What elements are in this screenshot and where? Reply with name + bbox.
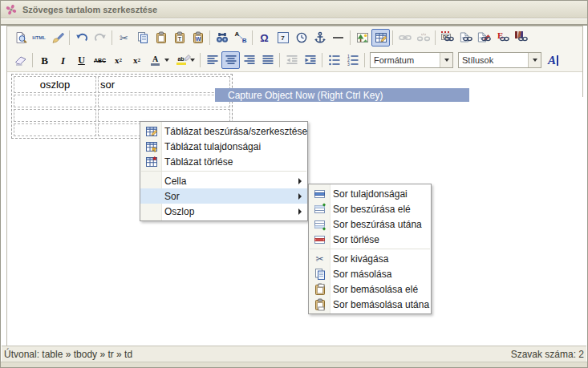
table-row: oszlop sor — [14, 76, 230, 93]
menu-item[interactable]: Sor tulajdonságai — [309, 186, 431, 201]
special-char-button[interactable]: Ω — [255, 29, 274, 47]
submenu-arrow-icon — [298, 193, 302, 200]
align-right-button[interactable] — [240, 51, 258, 69]
align-center-icon — [224, 54, 237, 67]
horizontal-rule-button[interactable] — [329, 29, 347, 47]
styles-combo-value: Stílusok — [459, 55, 528, 65]
de-doc-link-button[interactable]: DE — [438, 29, 456, 47]
link-button — [395, 29, 414, 47]
align-right-icon — [242, 54, 256, 67]
table-cell[interactable]: sor — [98, 76, 230, 93]
menu-item-label: Táblázat beszúrása/szerkesztése — [162, 126, 307, 137]
page-title: Szöveges tartalom szerkesztése — [22, 5, 157, 14]
format-combo-value: Formátum — [371, 55, 440, 65]
paste-from-word-button[interactable]: W — [189, 29, 207, 47]
toolbar-separator — [252, 30, 253, 45]
menu-item-label: Sor — [162, 191, 180, 202]
library-link-button[interactable] — [512, 29, 530, 47]
justify-button[interactable] — [258, 51, 277, 69]
bulleted-list-button[interactable] — [325, 51, 343, 69]
align-left-button[interactable] — [203, 51, 221, 69]
preview-button[interactable] — [11, 29, 30, 47]
toolbar-separator — [209, 30, 210, 45]
table-insert-edit-icon — [140, 125, 162, 138]
insert-time-icon — [294, 31, 308, 45]
menu-item[interactable]: Táblázat beszúrása/szerkesztése — [140, 123, 307, 139]
editor-logo-button[interactable]: A — [544, 51, 562, 69]
menu-item[interactable]: Táblázat tulajdonságai — [140, 139, 307, 154]
remove-format-button[interactable] — [11, 51, 30, 69]
insert-image-button[interactable] — [353, 29, 371, 47]
e-link-button[interactable]: E — [493, 29, 512, 47]
superscript-button[interactable]: x2 — [128, 51, 146, 69]
find-icon — [215, 31, 229, 45]
menu-item-label: Sor tulajdonságai — [330, 188, 408, 200]
table-cell[interactable] — [98, 95, 230, 107]
toolbar-separator — [32, 53, 33, 67]
subscript-icon: x2 — [112, 54, 125, 67]
menu-item[interactable]: ✂Sor kivágása — [309, 251, 431, 266]
chevron-down-icon[interactable] — [528, 53, 541, 67]
table-context-menu: Táblázat beszúrása/szerkesztéseTáblázat … — [140, 121, 308, 221]
styles-combo[interactable]: Stílusok — [458, 52, 541, 68]
find-button[interactable] — [213, 29, 231, 47]
insert-time-button[interactable] — [292, 29, 310, 47]
titlebar-divider — [1, 19, 587, 26]
align-center-button[interactable] — [221, 51, 240, 69]
universal-keyboard-button[interactable]: 7 — [274, 29, 292, 47]
menu-item[interactable]: Sor bemásolása elé — [309, 281, 431, 297]
link-icon — [398, 31, 412, 45]
subscript-button[interactable]: x2 — [109, 51, 128, 69]
underline-button[interactable]: U — [72, 51, 91, 69]
menu-item-label: Sor másolása — [330, 269, 391, 280]
format-brush-button[interactable] — [48, 29, 67, 47]
capture-tooltip-text: Capture Object Now (Right Ctrl Key) — [228, 90, 383, 101]
highlight-color-button[interactable]: ab — [172, 51, 197, 69]
row-insert-after-icon — [309, 218, 330, 231]
undo-button[interactable] — [72, 29, 91, 47]
menu-item[interactable]: Sor másolása — [309, 266, 431, 281]
paste-as-text-icon: T — [172, 31, 186, 45]
table-cell[interactable] — [14, 123, 96, 136]
table-cell[interactable] — [14, 95, 96, 107]
doc-edit-link-button[interactable] — [475, 29, 493, 47]
menu-item[interactable]: Sor bemásolása utána — [309, 297, 431, 312]
paste-button[interactable] — [152, 29, 170, 47]
format-combo[interactable]: Formátum — [370, 52, 453, 68]
row-paste-after-icon — [309, 298, 330, 311]
paste-as-text-button[interactable]: T — [170, 29, 189, 47]
cut-button[interactable]: ✂ — [115, 29, 133, 47]
replace-button[interactable]: AB→ — [231, 29, 249, 47]
toolbar-separator — [200, 53, 201, 67]
menu-item-label: Cella — [162, 176, 186, 187]
menu-item[interactable]: Sor — [140, 188, 307, 204]
element-path[interactable]: Útvonal: table » tbody » tr » td — [4, 349, 132, 360]
menu-separator — [310, 249, 430, 249]
increase-indent-button[interactable] — [301, 51, 319, 69]
menu-item[interactable]: Sor beszúrása elé — [309, 201, 431, 216]
insert-table-button[interactable] — [371, 29, 390, 47]
table-cell[interactable] — [14, 109, 96, 122]
table-cell[interactable] — [98, 109, 230, 122]
menu-item[interactable]: Sor törlése — [309, 232, 431, 247]
chevron-down-icon[interactable] — [190, 59, 195, 62]
menu-item[interactable]: Sor beszúrása utána — [309, 216, 431, 232]
numbered-list-button[interactable]: 123 — [343, 51, 362, 69]
menu-item[interactable]: Cella — [140, 173, 307, 188]
copy-button[interactable] — [133, 29, 152, 47]
strikethrough-button[interactable]: ABC — [91, 51, 109, 69]
italic-button[interactable]: I — [54, 51, 72, 69]
doc-link-icon — [459, 31, 472, 45]
text-color-button[interactable]: A — [146, 51, 172, 69]
menu-item[interactable]: Oszlop — [140, 204, 307, 219]
doc-link-button[interactable] — [456, 29, 475, 47]
table-cell[interactable]: oszlop — [14, 76, 96, 93]
bold-button[interactable]: B — [35, 51, 54, 69]
remove-format-icon — [14, 54, 27, 67]
anchor-button[interactable] — [310, 29, 329, 47]
source-button[interactable]: HTML — [30, 29, 48, 47]
chevron-down-icon[interactable] — [164, 59, 169, 62]
editor-logo-icon: A — [546, 54, 560, 67]
menu-item[interactable]: Táblázat törlése — [140, 154, 307, 169]
chevron-down-icon[interactable] — [440, 53, 452, 67]
